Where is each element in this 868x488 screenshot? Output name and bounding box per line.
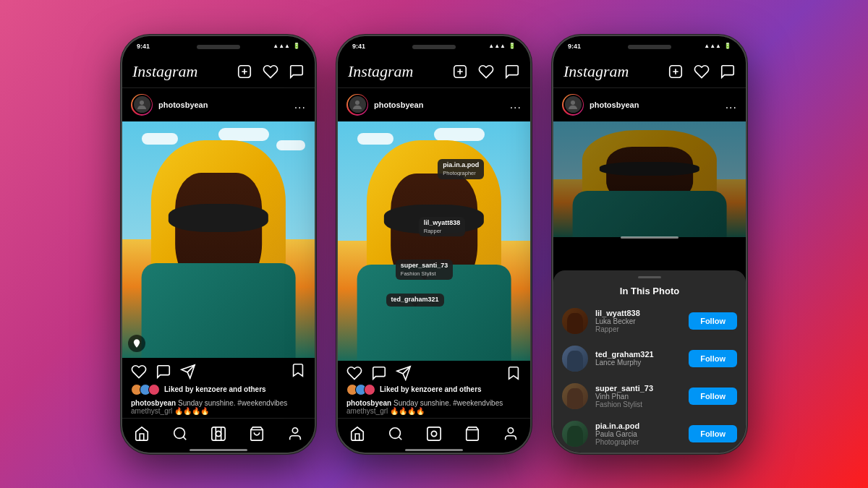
share-btn-2[interactable] xyxy=(396,365,412,381)
post-actions-2: Liked by kenzoere and others xyxy=(338,361,530,398)
comment-btn-1[interactable] xyxy=(156,364,171,380)
nav-profile-2[interactable] xyxy=(492,426,530,442)
post-image-1 xyxy=(122,121,315,358)
nav-shop-2[interactable] xyxy=(454,426,492,442)
like-btn-1[interactable] xyxy=(131,364,147,380)
bottom-sheet: In This Photo lil_wyatt838 Luka Becker R… xyxy=(553,270,746,453)
sheet-avatar-3[interactable] xyxy=(562,383,588,409)
post-username-3[interactable]: photosbyean xyxy=(590,100,726,109)
plus-icon-2[interactable] xyxy=(452,64,468,80)
share-btn-1[interactable] xyxy=(180,364,196,380)
nav-profile-1[interactable] xyxy=(276,426,315,442)
svg-point-26 xyxy=(509,428,514,433)
search-icon-2 xyxy=(388,426,404,442)
sheet-info-1: lil_wyatt838 Luka Becker Rapper xyxy=(595,309,681,333)
status-icons-2: ▲▲▲ 🔋 xyxy=(488,43,516,49)
ig-header-2: Instagram xyxy=(338,56,530,88)
follow-btn-3[interactable]: Follow xyxy=(689,388,737,405)
status-bar-1: 9:41 ▲▲▲ 🔋 xyxy=(122,36,315,56)
plus-icon-3[interactable] xyxy=(668,64,684,80)
sheet-info-4: pia.in.a.pod Paula Garcia Photographer xyxy=(595,421,681,446)
heart-icon-2[interactable] xyxy=(478,64,494,80)
messenger-icon-2[interactable] xyxy=(504,64,520,80)
svg-point-18 xyxy=(355,100,359,105)
svg-point-3 xyxy=(140,100,144,105)
follow-btn-1[interactable]: Follow xyxy=(689,312,737,330)
sheet-handle-2[interactable]: ted_graham321 xyxy=(595,350,681,359)
bookmark-btn-1[interactable] xyxy=(290,362,306,378)
sheet-person-4: pia.in.a.pod Paula Garcia Photographer F… xyxy=(553,415,746,453)
ig-header-icons-3 xyxy=(668,64,736,80)
nav-home-1[interactable] xyxy=(122,426,161,442)
svg-rect-9 xyxy=(212,427,225,440)
nav-search-2[interactable] xyxy=(376,426,414,442)
phone-2-screen: 9:41 ▲▲▲ 🔋 Instagram photosbyean ... xyxy=(338,36,530,453)
post-header-2: photosbyean ... xyxy=(338,88,530,121)
post-image-2: pia.in.a.pod Photographer lil_wyatt838 R… xyxy=(338,121,530,361)
nav-shop-1[interactable] xyxy=(238,426,276,442)
sheet-info-3: super_santi_73 Vinh Phan Fashion Stylist xyxy=(595,384,681,408)
avatar-icon-3 xyxy=(566,98,579,111)
post-username-2[interactable]: photosbyean xyxy=(374,100,510,109)
caption-text-1: Sunday sunshine. #weekendvibes xyxy=(178,399,287,407)
location-tag-1 xyxy=(128,335,145,352)
sheet-handle-1[interactable]: lil_wyatt838 xyxy=(595,309,681,317)
caption-2: photosbyean Sunday sunshine. #weekendvib… xyxy=(338,398,530,418)
post-dots-1[interactable]: ... xyxy=(294,98,306,111)
sheet-avatar-4[interactable] xyxy=(562,421,588,447)
profile-icon-2 xyxy=(503,426,519,442)
heart-icon-3[interactable] xyxy=(694,64,710,80)
home-indicator-1 xyxy=(122,450,315,453)
heart-icon-1[interactable] xyxy=(263,64,278,80)
nav-search-1[interactable] xyxy=(161,426,199,442)
sheet-title: In This Photo xyxy=(553,286,746,296)
nav-reels-2[interactable] xyxy=(414,426,453,442)
messenger-icon-3[interactable] xyxy=(720,64,736,80)
post-actions-1: Liked by kenzoere and others xyxy=(122,358,315,398)
profile-icon-1 xyxy=(287,426,303,442)
home-indicator-3 xyxy=(553,237,746,240)
ig-header-1: Instagram xyxy=(122,56,315,88)
status-time-1: 9:41 xyxy=(137,43,150,50)
follow-btn-4[interactable]: Follow xyxy=(689,425,737,442)
ig-header-icons-2 xyxy=(452,64,520,80)
tag-ted-graham[interactable]: ted_graham321 xyxy=(386,294,444,307)
status-bar-3: 9:41 ▲▲▲ 🔋 xyxy=(553,36,746,56)
sheet-avatar-1[interactable] xyxy=(562,308,588,334)
nav-home-2[interactable] xyxy=(338,426,376,442)
tag-lil-wyatt[interactable]: lil_wyatt838 Rapper xyxy=(419,217,466,236)
sheet-role-1: Rapper xyxy=(595,325,681,333)
post-username-1[interactable]: photosbyean xyxy=(158,100,294,109)
sheet-person-2: ted_graham321 Lance Murphy Follow xyxy=(553,340,746,377)
phone-1: 9:41 ▲▲▲ 🔋 Instagram photosbyean ... xyxy=(121,35,316,454)
sheet-person-1: lil_wyatt838 Luka Becker Rapper Follow xyxy=(553,302,746,340)
tag-pia[interactable]: pia.in.a.pod Photographer xyxy=(438,159,484,179)
reels-icon-2 xyxy=(426,426,442,442)
tag-super-santi[interactable]: super_santi_73 Fashion Stylist xyxy=(396,260,454,279)
bookmark-btn-2[interactable] xyxy=(506,365,522,381)
sheet-info-2: ted_graham321 Lance Murphy xyxy=(595,350,681,367)
sheet-handle-3[interactable]: super_santi_73 xyxy=(595,384,681,393)
svg-line-8 xyxy=(183,437,186,440)
sheet-handle-4[interactable]: pia.in.a.pod xyxy=(595,421,681,430)
avatar-icon-2 xyxy=(351,98,364,111)
follow-btn-2[interactable]: Follow xyxy=(689,350,737,367)
messenger-icon-1[interactable] xyxy=(289,64,305,80)
search-icon-1 xyxy=(172,426,188,442)
plus-icon-1[interactable] xyxy=(237,64,252,80)
reels-icon-1 xyxy=(210,426,226,442)
caption-1: photosbyean Sunday sunshine. #weekendvib… xyxy=(122,398,315,418)
status-time-2: 9:41 xyxy=(352,43,365,50)
likes-row-2: Liked by kenzoere and others xyxy=(346,384,522,395)
likes-row-1: Liked by kenzoere and others xyxy=(131,384,306,395)
post-dots-2[interactable]: ... xyxy=(510,98,522,111)
post-dots-3[interactable]: ... xyxy=(726,98,737,111)
shop-icon-2 xyxy=(464,426,480,442)
like-btn-2[interactable] xyxy=(346,365,362,381)
svg-line-22 xyxy=(399,437,401,440)
nav-reels-1[interactable] xyxy=(199,426,237,442)
status-icons-1: ▲▲▲ 🔋 xyxy=(273,43,300,49)
sheet-avatar-2[interactable] xyxy=(562,346,588,372)
comment-btn-2[interactable] xyxy=(371,365,387,381)
status-icons-3: ▲▲▲ 🔋 xyxy=(704,43,731,49)
